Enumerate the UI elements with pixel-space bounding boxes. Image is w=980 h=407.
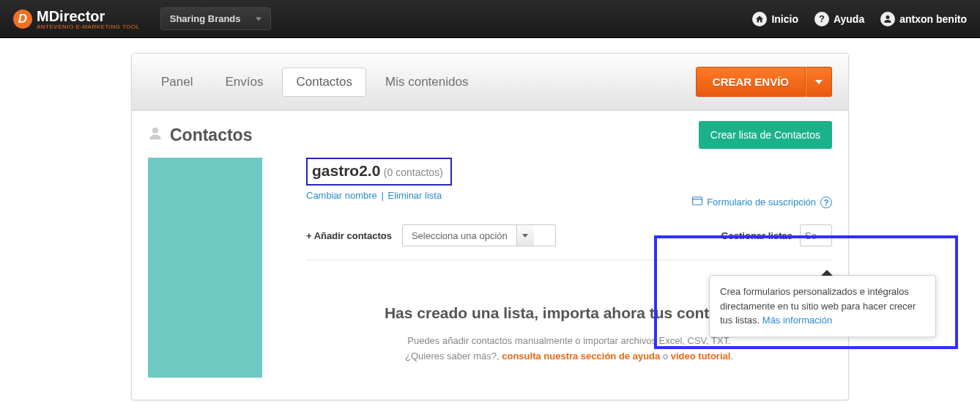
- list-count: (0 contactos): [384, 166, 443, 178]
- brand-dropdown-label: Sharing Brands: [170, 13, 241, 24]
- delete-list-link[interactable]: Eliminar lista: [387, 190, 442, 201]
- help-section-link[interactable]: consulta nuestra sección de ayuda: [502, 351, 660, 362]
- manage-lists-select-value: Se: [801, 230, 821, 241]
- create-send-dropdown[interactable]: [806, 67, 832, 97]
- add-contacts-select-value: Selecciona una opción: [403, 230, 516, 241]
- user-avatar-icon: [880, 12, 895, 26]
- logo-text: MDirector: [37, 8, 105, 24]
- add-contacts-select[interactable]: Selecciona una opción: [402, 224, 556, 246]
- logo-mark-icon: D: [13, 10, 32, 29]
- video-tutorial-link[interactable]: video tutorial: [671, 351, 731, 362]
- manage-lists-label: Gestionar listas: [721, 230, 792, 241]
- nav-home-label: Inicio: [771, 13, 798, 25]
- manage-lists-select[interactable]: Se: [800, 224, 832, 246]
- subscription-form-link[interactable]: Formulario de suscripción ?: [692, 197, 832, 208]
- nav-help[interactable]: ? Ayuda: [814, 12, 864, 26]
- form-icon: [692, 197, 702, 208]
- home-icon: [752, 12, 767, 26]
- tab-mis-contenidos[interactable]: Mis contenidos: [372, 68, 481, 96]
- logo-tagline: ANTEVENIO E-MARKETING TOOL: [37, 23, 140, 30]
- help-icon: ?: [814, 12, 829, 26]
- sidebar-placeholder: [148, 158, 262, 378]
- create-list-button[interactable]: Crear lista de Contactos: [699, 121, 832, 149]
- separator: |: [381, 190, 383, 201]
- contacts-icon: [148, 126, 163, 144]
- caret-down-icon: [815, 80, 823, 84]
- tab-contactos[interactable]: Contactos: [282, 67, 366, 97]
- logo[interactable]: D MDirector ANTEVENIO E-MARKETING TOOL: [13, 8, 140, 30]
- main-tabs: Panel Envíos Contactos Mis contenidos CR…: [132, 54, 848, 111]
- list-name: gastro2.0: [312, 162, 380, 179]
- top-navbar: D MDirector ANTEVENIO E-MARKETING TOOL S…: [0, 0, 980, 38]
- brand-dropdown[interactable]: Sharing Brands: [160, 7, 271, 30]
- tab-panel[interactable]: Panel: [148, 68, 206, 96]
- nav-home[interactable]: Inicio: [752, 12, 798, 26]
- list-name-box: gastro2.0 (0 contactos): [306, 158, 452, 186]
- help-badge-icon[interactable]: ?: [820, 197, 832, 208]
- nav-user[interactable]: antxon benito: [880, 12, 967, 26]
- subscription-form-label: Formulario de suscripción: [707, 197, 816, 208]
- tooltip-more-link[interactable]: Más información: [762, 315, 832, 326]
- tab-envios[interactable]: Envíos: [212, 68, 276, 96]
- svg-rect-0: [693, 197, 702, 205]
- nav-user-label: antxon benito: [899, 13, 967, 25]
- rename-list-link[interactable]: Cambiar nombre: [306, 190, 377, 201]
- page-title: Contactos: [170, 125, 252, 145]
- caret-down-icon: [256, 17, 261, 21]
- select-caret-icon: [516, 225, 534, 246]
- add-contacts-label: + Añadir contactos: [306, 230, 392, 241]
- nav-help-label: Ayuda: [834, 13, 864, 25]
- subscription-form-tooltip: Crea formularios personalizados e intégr…: [709, 275, 936, 337]
- create-send-button[interactable]: CREAR ENVÍO: [696, 67, 806, 97]
- empty-description: Puedes añadir contactos manualmente o im…: [306, 334, 832, 364]
